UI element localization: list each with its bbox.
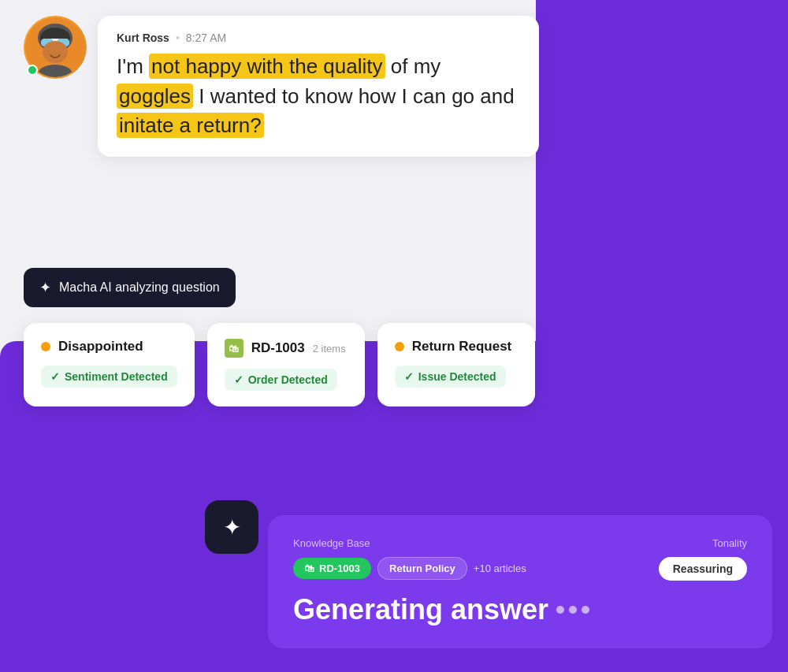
issue-card: Return Request ✓ Issue Detected	[377, 323, 535, 407]
tag-return-policy[interactable]: Return Policy	[377, 557, 467, 580]
order-badge-label: Order Detected	[248, 373, 328, 386]
generating-text-container: Generating answer	[293, 593, 747, 626]
card-dot-issue	[395, 342, 404, 351]
tonality-tag[interactable]: Reassuring	[659, 557, 747, 581]
card-dot-sentiment	[41, 342, 50, 351]
chat-prefix: I'm	[117, 54, 149, 78]
card-title-sentiment: Disappointed	[58, 339, 143, 355]
generating-label: Generating answer	[293, 593, 548, 626]
chat-separator: •	[176, 32, 180, 44]
dot-1	[556, 606, 564, 614]
check-icon-sentiment: ✓	[50, 370, 60, 383]
chat-container: Kurt Ross • 8:27 AM I'm not happy with t…	[24, 16, 539, 157]
card-header-order: 🛍 RD-1003 2 items	[225, 339, 348, 358]
chat-message: I'm not happy with the quality of my gog…	[117, 52, 520, 141]
order-badge: ✓ Order Detected	[225, 369, 337, 391]
knowledge-label: Knowledge Base	[293, 537, 526, 549]
tag-rd1003-label: RD-1003	[319, 562, 360, 574]
check-icon-issue: ✓	[404, 370, 414, 383]
loading-dots	[556, 606, 589, 614]
card-subtitle-order: 2 items	[313, 343, 346, 355]
knowledge-section: Knowledge Base 🛍 RD-1003 Return Policy +…	[293, 537, 526, 580]
chat-username: Kurt Ross	[117, 32, 169, 44]
order-card: 🛍 RD-1003 2 items ✓ Order Detected	[207, 323, 365, 407]
sentiment-card: Disappointed ✓ Sentiment Detected	[24, 323, 195, 407]
chat-middle2: I wanted to know how I can go and	[193, 84, 515, 108]
answer-panel: Knowledge Base 🛍 RD-1003 Return Policy +…	[268, 515, 772, 648]
ai-tooltip: ✦ Macha AI analyzing question	[24, 268, 236, 307]
tag-articles: +10 articles	[474, 562, 526, 574]
avatar-wrapper	[24, 16, 87, 79]
dot-2	[569, 606, 577, 614]
cards-container: Disappointed ✓ Sentiment Detected 🛍 RD-1…	[24, 323, 535, 407]
ai-tooltip-label: Macha AI analyzing question	[59, 280, 220, 295]
check-icon-order: ✓	[234, 373, 243, 386]
sparkle-button[interactable]: ✦	[205, 500, 258, 554]
chat-bubble: Kurt Ross • 8:27 AM I'm not happy with t…	[98, 16, 539, 157]
shopify-icon: 🛍	[225, 339, 243, 358]
shopify-tag-icon: 🛍	[304, 562, 314, 574]
sparkle-button-icon: ✦	[223, 514, 241, 540]
sentiment-badge-label: Sentiment Detected	[65, 370, 168, 383]
issue-badge: ✓ Issue Detected	[395, 366, 506, 388]
card-title-order: RD-1003	[251, 340, 305, 356]
card-header-sentiment: Disappointed	[41, 339, 177, 355]
highlight-quality: not happy with the quality	[149, 54, 385, 79]
knowledge-tags: 🛍 RD-1003 Return Policy +10 articles	[293, 557, 526, 580]
answer-top: Knowledge Base 🛍 RD-1003 Return Policy +…	[293, 537, 747, 581]
tonality-label: Tonality	[712, 537, 747, 549]
highlight-return: initate a return?	[117, 113, 264, 138]
chat-meta: Kurt Ross • 8:27 AM	[117, 32, 520, 44]
card-title-issue: Return Request	[412, 339, 512, 355]
chat-middle1: of my	[385, 54, 441, 78]
tonality-section: Tonality Reassuring	[659, 537, 747, 581]
sparkle-small-icon: ✦	[39, 279, 51, 296]
chat-time: 8:27 AM	[186, 32, 226, 44]
tag-return-label: Return Policy	[389, 562, 455, 574]
tag-rd1003[interactable]: 🛍 RD-1003	[293, 558, 371, 579]
online-indicator	[27, 65, 38, 76]
svg-point-6	[43, 41, 68, 63]
highlight-goggles: goggles	[117, 84, 193, 109]
sentiment-badge: ✓ Sentiment Detected	[41, 366, 177, 388]
card-header-issue: Return Request	[395, 339, 518, 355]
dot-3	[582, 606, 589, 614]
issue-badge-label: Issue Detected	[418, 370, 496, 383]
